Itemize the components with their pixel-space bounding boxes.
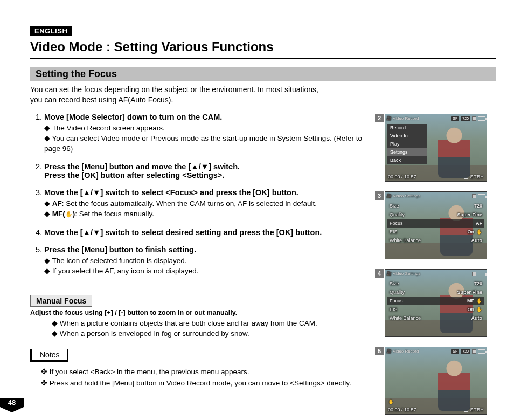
screenshot-4-number: 4 <box>375 269 384 278</box>
screenshot-3-number: 3 <box>375 191 384 200</box>
camcorder-icon: 🎥 <box>386 349 392 354</box>
notes-heading: Notes <box>30 349 68 362</box>
manual-focus-lead: Adjust the focus using [+] / [-] button … <box>30 309 375 316</box>
steps-list: Move [Mode Selector] down to turn on the… <box>30 113 375 277</box>
stop-icon <box>472 272 476 276</box>
camcorder-icon: 🎥 <box>386 271 392 276</box>
stop-square-icon <box>464 175 468 179</box>
screenshot-5-number: 5 <box>375 347 384 355</box>
s3-row-eis[interactable]: EISOn✋ <box>387 228 484 236</box>
title-rule <box>30 58 496 59</box>
stop-icon <box>472 194 476 198</box>
notes-list: If you select <Back> in the menu, the pr… <box>30 366 375 389</box>
mf-bullet-2: When a person is enveloped in fog or sur… <box>52 329 375 339</box>
manual-focus-bullets: When a picture contains objects that are… <box>30 319 375 339</box>
s4-row-size[interactable]: Size720 <box>387 279 484 288</box>
mf-bullet-1: When a picture contains objects that are… <box>52 319 375 329</box>
step-5-heading: Press the [Menu] button to finish settin… <box>44 245 196 254</box>
s2-menu-settings[interactable]: Settings <box>387 148 427 156</box>
s3-row-focus[interactable]: FocusAF <box>387 219 484 228</box>
step-5: Press the [Menu] button to finish settin… <box>44 245 375 277</box>
camcorder-icon: 🎥 <box>386 194 392 198</box>
step-1-sub-2: You can select Video mode or Previous mo… <box>44 134 375 154</box>
screenshot-2-number: 2 <box>375 114 384 122</box>
s3-row-wb[interactable]: White BalanceAuto <box>387 236 484 245</box>
step-3-sub-af: AF: Set the focus automatically. When th… <box>44 199 375 209</box>
s4-row-wb[interactable]: White BalanceAuto <box>387 314 484 322</box>
section-heading: Setting the Focus <box>30 67 496 81</box>
s2-menu-back[interactable]: Back <box>387 156 427 164</box>
af-label: AF <box>52 199 62 208</box>
s4-row-quality[interactable]: QualitySuper Fine <box>387 288 484 297</box>
page-number-arrow-icon <box>0 407 24 412</box>
s5-pill-720: 720 <box>461 349 470 354</box>
screenshot-2: 2 🎥 Video Record SF 720 Record Video In … <box>385 114 496 182</box>
step-2: Press the [Menu] button and move the [▲/… <box>44 162 375 180</box>
step-4: Move the [▲/▼] switch to select desired … <box>44 228 375 237</box>
s2-a: Press the [Menu] button and move the [ <box>44 162 191 171</box>
intro-line-2: you can record best using AF(Auto Focus)… <box>30 95 173 104</box>
step-3-sub-mf: MF(✋): Set the focus manually. <box>44 209 375 219</box>
s3-b: ] switch to select <Focus> and press the… <box>100 188 298 197</box>
updown-switch-icon: ▲/▼ <box>83 228 101 237</box>
s5-pill-sf: SF <box>451 349 459 354</box>
s5-stby: STBY <box>470 407 484 412</box>
mflead-a: Adjust the focus using [ <box>30 309 107 316</box>
stop-icon <box>472 349 476 354</box>
step-2-heading: Press the [Menu] button and move the [▲/… <box>44 162 240 180</box>
s4-row-eis[interactable]: EISOn✋ <box>387 305 484 314</box>
s2-stby: STBY <box>470 174 484 180</box>
page-title: Video Mode : Setting Various Functions <box>30 39 496 57</box>
step-4-heading: Move the [▲/▼] switch to select desired … <box>44 228 322 237</box>
language-badge: ENGLISH <box>30 26 72 36</box>
mflead-mid: ] / [ <box>111 309 121 316</box>
step-5-sub-2: If you select the AF, any icon is not di… <box>44 266 375 277</box>
step-5-subs: The icon of selected function is display… <box>44 256 375 277</box>
page-number-tab: 48 <box>0 398 24 412</box>
screenshot-3: 3 🎥 Video Settings Size720 QualitySuper … <box>385 191 496 259</box>
battery-icon <box>478 349 485 354</box>
mflead-b: ] button to zoom in or out manually. <box>123 309 238 316</box>
note-1: If you select <Back> in the menu, the pr… <box>41 366 375 378</box>
screenshot-5: 5 🎥 Video Record SF 720 ✋ 00:00 / 10:57 … <box>385 347 496 415</box>
s4-row-focus[interactable]: FocusMF✋ <box>387 297 484 305</box>
battery-icon <box>478 194 485 198</box>
s2-menu-play[interactable]: Play <box>387 140 427 148</box>
step-3-heading: Move the [▲/▼] switch to select <Focus> … <box>44 188 298 197</box>
s3-a: Move the [ <box>44 188 83 197</box>
mf-desc: : Set the focus manually. <box>75 210 154 218</box>
s4-a: Move the [ <box>44 228 83 237</box>
battery-icon <box>478 116 485 121</box>
hand-icon: ✋ <box>65 211 73 217</box>
s2-menu-record[interactable]: Record <box>387 124 427 132</box>
screenshot-4: 4 🎥 Video Settings Size720 QualitySuper … <box>385 269 496 337</box>
updown-switch-icon: ▲/▼ <box>83 188 101 197</box>
s2-menu-videoin[interactable]: Video In <box>387 132 427 140</box>
s4-title: Video Settings <box>393 271 420 276</box>
intro-text: You can set the focus depending on the s… <box>30 85 375 105</box>
plus-icon: + <box>107 309 110 316</box>
mf-label: MF( <box>52 210 65 218</box>
battery-icon <box>478 272 485 276</box>
updown-switch-icon: ▲/▼ <box>191 162 209 171</box>
s3-row-quality[interactable]: QualitySuper Fine <box>387 210 484 219</box>
s3-row-size[interactable]: Size720 <box>387 202 484 210</box>
s5-title: Video Record <box>393 349 419 354</box>
hand-icon: ✋ <box>476 298 482 304</box>
af-desc: : Set the focus automatically. When the … <box>62 199 317 208</box>
page-number: 48 <box>0 398 24 407</box>
step-1: Move [Mode Selector] down to turn on the… <box>44 113 375 154</box>
s2-b: ] switch. <box>209 162 240 171</box>
s3-settings: Size720 QualitySuper Fine FocusAF EISOn✋… <box>387 202 484 245</box>
step-1-sub-1: The Video Record screen appears. <box>44 123 375 134</box>
s4-settings: Size720 QualitySuper Fine FocusMF✋ EISOn… <box>387 279 484 322</box>
stop-icon <box>472 116 476 121</box>
camcorder-icon: 🎥 <box>386 116 392 121</box>
intro-line-1: You can set the focus depending on the s… <box>30 85 318 94</box>
hand-icon: ✋ <box>476 229 482 235</box>
s2-pill-sf: SF <box>451 116 459 121</box>
s3-title: Video Settings <box>393 194 420 198</box>
mf-hand-icon: ✋ <box>388 399 394 404</box>
s4-b: ] switch to select desired setting and p… <box>100 228 322 237</box>
manual-focus-heading: Manual Focus <box>30 295 92 307</box>
